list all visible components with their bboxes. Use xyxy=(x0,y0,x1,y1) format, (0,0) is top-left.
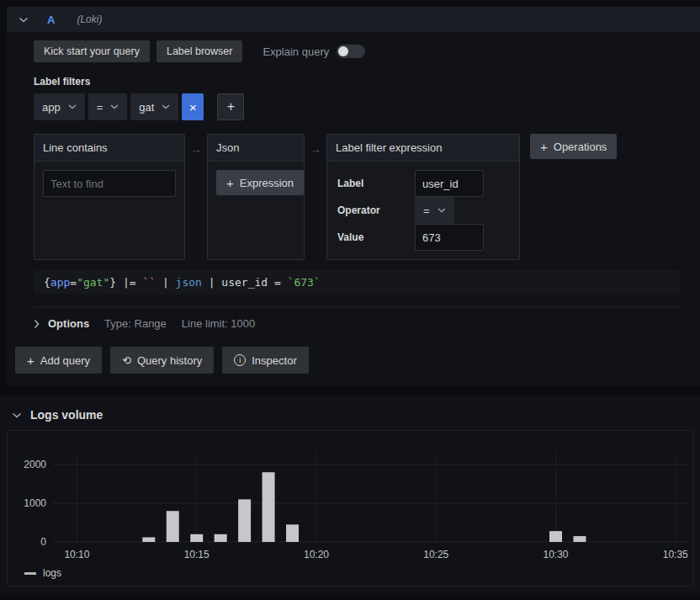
operation-title: Label filter expression xyxy=(327,135,519,162)
svg-text:10:15: 10:15 xyxy=(184,549,209,560)
label-filters-section-title: Label filters xyxy=(34,76,680,88)
operations-button-label: Operations xyxy=(554,141,607,153)
svg-text:10:35: 10:35 xyxy=(663,549,688,560)
operator-field-label: Operator xyxy=(337,204,415,216)
svg-text:10:25: 10:25 xyxy=(423,549,448,560)
chevron-down-icon xyxy=(438,208,446,213)
operator-field-value: = xyxy=(423,204,430,217)
operation-title: Line contains xyxy=(34,135,184,162)
chevron-down-icon xyxy=(162,104,170,109)
chevron-down-icon xyxy=(110,104,119,109)
value-field-label: Value xyxy=(337,231,415,243)
legend-series-label[interactable]: logs xyxy=(43,567,61,579)
add-query-label: Add query xyxy=(40,354,90,367)
label-field-row: Label xyxy=(337,170,511,197)
datasource-label: (Loki) xyxy=(77,13,102,25)
label-value-value: gat xyxy=(139,101,154,114)
add-label-filter-button[interactable]: + xyxy=(217,93,244,120)
svg-text:10:20: 10:20 xyxy=(304,549,329,560)
explain-query-label: Explain query xyxy=(262,45,329,58)
line-contains-input[interactable] xyxy=(43,170,176,197)
query-history-button[interactable]: ⟲ Query history xyxy=(110,347,214,374)
query-history-label: Query history xyxy=(137,354,202,367)
logs-volume-chart[interactable]: 10:1010:1510:2010:2510:3010:35010002000 xyxy=(8,439,692,567)
options-line-limit-label: Line limit: 1000 xyxy=(182,317,255,330)
operation-title: Json xyxy=(208,135,304,162)
operations-row: Line contains → Json + Expression → Labe… xyxy=(34,134,680,260)
label-filter-row: app = gat × + xyxy=(34,93,680,120)
logs-volume-chart-card: 10:1010:1510:2010:2510:3010:35010002000 … xyxy=(7,430,693,587)
explore-page: A (Loki) Kick start your query Label bro… xyxy=(0,7,700,595)
query-footer-buttons: + Add query ⟲ Query history i Inspector xyxy=(15,347,680,374)
value-field-row: Value xyxy=(337,224,511,251)
svg-text:10:30: 10:30 xyxy=(543,549,568,560)
arrow-right-icon: → xyxy=(310,142,321,156)
add-operations-button[interactable]: + Operations xyxy=(530,134,617,159)
svg-text:1000: 1000 xyxy=(24,497,46,509)
arrow-right-icon: → xyxy=(190,142,202,156)
label-browser-button[interactable]: Label browser xyxy=(156,40,243,62)
query-collapse-chevron-down-icon[interactable] xyxy=(19,17,29,23)
label-value-select[interactable]: gat xyxy=(130,93,178,120)
plus-icon: + xyxy=(226,177,234,189)
label-field-label: Label xyxy=(337,178,415,189)
chart-legend: logs xyxy=(8,567,692,584)
expression-button-label: Expression xyxy=(240,177,294,189)
options-chevron-right-icon[interactable] xyxy=(34,319,40,329)
label-name-select[interactable]: app xyxy=(34,93,85,120)
logs-volume-title: Logs volume xyxy=(30,408,103,422)
plus-icon: + xyxy=(27,354,34,367)
options-title[interactable]: Options xyxy=(48,317,89,330)
operator-field-row: Operator = xyxy=(337,197,511,224)
logs-volume-collapse-chevron-down-icon[interactable] xyxy=(12,412,22,418)
plus-icon: + xyxy=(540,141,548,153)
operation-json: Json + Expression xyxy=(207,134,305,260)
query-toolbar: Kick start your query Label browser Expl… xyxy=(34,40,680,62)
operation-label-filter-expression: Label filter expression Label Operator = xyxy=(326,134,520,260)
remove-label-filter-button[interactable]: × xyxy=(182,93,204,120)
svg-text:10:10: 10:10 xyxy=(64,549,89,560)
svg-text:2000: 2000 xyxy=(24,459,46,470)
legend-series-swatch xyxy=(24,572,36,575)
inspector-button[interactable]: i Inspector xyxy=(222,347,308,374)
operator-field-select[interactable]: = xyxy=(415,197,454,224)
kick-start-query-button[interactable]: Kick start your query xyxy=(34,40,150,62)
explain-query-toggle[interactable] xyxy=(337,45,365,58)
query-preview-text: {app="gat"} |= `` | json | user_id = `67… xyxy=(44,276,321,289)
label-field-input[interactable] xyxy=(415,170,484,197)
logs-volume-header: Logs volume xyxy=(7,401,693,430)
label-name-value: app xyxy=(42,101,61,114)
toggle-knob xyxy=(338,46,348,56)
label-operator-value: = xyxy=(97,101,103,114)
explain-query-control: Explain query xyxy=(262,45,365,58)
logs-volume-panel: Logs volume 10:1010:1510:2010:2510:3010:… xyxy=(0,396,700,595)
query-row-header: A (Loki) xyxy=(7,7,700,32)
query-ref-id[interactable]: A xyxy=(47,13,55,26)
value-field-input[interactable] xyxy=(415,224,484,251)
add-query-button[interactable]: + Add query xyxy=(15,347,102,374)
history-icon: ⟲ xyxy=(122,354,131,367)
inspector-label: Inspector xyxy=(252,354,296,367)
query-editor: Kick start your query Label browser Expl… xyxy=(7,32,700,385)
chevron-down-icon xyxy=(68,104,77,109)
query-preview: {app="gat"} |= `` | json | user_id = `67… xyxy=(34,270,680,295)
label-operator-select[interactable]: = xyxy=(88,93,128,120)
svg-text:0: 0 xyxy=(40,536,46,548)
options-type-label: Type: Range xyxy=(104,317,167,330)
options-row: Options Type: Range Line limit: 1000 xyxy=(34,306,680,332)
add-expression-button[interactable]: + Expression xyxy=(216,170,304,195)
info-icon: i xyxy=(234,354,246,366)
operation-line-contains: Line contains xyxy=(34,134,185,260)
